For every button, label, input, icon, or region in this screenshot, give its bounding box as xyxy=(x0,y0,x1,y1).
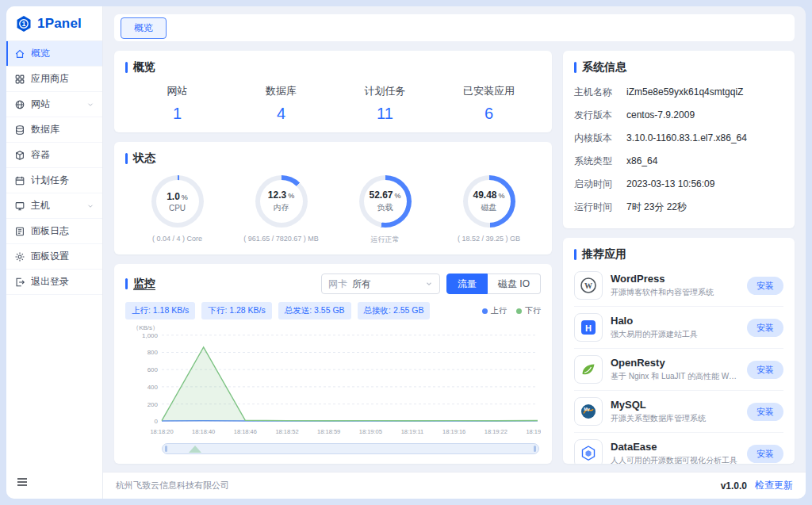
disk-io-button[interactable]: 磁盘 IO xyxy=(488,274,541,294)
sidebar-item-app-store[interactable]: 应用商店 xyxy=(6,67,102,92)
info-value: 7时 23分 22秒 xyxy=(626,201,687,214)
sidebar-footer xyxy=(6,469,102,499)
stat-value[interactable]: 4 xyxy=(277,105,285,123)
gauge-value: 1.0% xyxy=(167,191,188,202)
tab-overview[interactable]: 概览 xyxy=(121,17,167,39)
calendar-icon xyxy=(14,175,25,186)
check-update-link[interactable]: 检查更新 xyxy=(755,479,793,492)
app-row-mysql: My MySQL 开源关系型数据库管理系统 安装 xyxy=(574,391,783,433)
gauge-label: 内存 xyxy=(274,202,289,213)
info-label: 主机名称 xyxy=(574,86,626,99)
chevron-down-icon xyxy=(86,101,94,109)
app-name[interactable]: DataEase xyxy=(611,441,739,453)
app-description: 开源关系型数据库管理系统 xyxy=(611,413,739,424)
app-name[interactable]: OpenResty xyxy=(611,357,739,369)
svg-text:18:19:22: 18:19:22 xyxy=(485,428,508,435)
install-button[interactable]: 安装 xyxy=(747,445,783,463)
gauge-ring: 12.3% 内存 xyxy=(255,175,308,228)
nic-select[interactable]: 网卡 所有 xyxy=(321,274,440,294)
stat-value[interactable]: 6 xyxy=(485,105,493,123)
info-row-distro: 发行版本 centos-7.9.2009 xyxy=(574,104,783,127)
globe-icon xyxy=(14,99,25,110)
install-button[interactable]: 安装 xyxy=(747,403,783,421)
info-row-boot-time: 启动时间 2023-03-13 10:56:09 xyxy=(574,173,783,196)
app-name[interactable]: MySQL xyxy=(611,399,739,411)
gauge-ring: 1.0% CPU xyxy=(151,175,204,228)
stat-value[interactable]: 11 xyxy=(377,105,393,123)
svg-text:W: W xyxy=(584,281,592,290)
svg-text:18:19:16: 18:19:16 xyxy=(442,428,465,435)
svg-text:18:19:05: 18:19:05 xyxy=(359,428,382,435)
sidebar-item-label: 面板设置 xyxy=(31,250,69,263)
monitor-mode-group: 流量 磁盘 IO xyxy=(446,274,541,294)
monitor-card: 监控 网卡 所有 流量 磁盘 IO xyxy=(114,264,552,464)
app-row-openresty: OpenResty 基于 Nginx 和 LuaJIT 的高性能 Web 平台 … xyxy=(574,349,783,391)
app-name[interactable]: WordPress xyxy=(611,273,739,285)
collapse-menu-icon[interactable] xyxy=(16,476,29,488)
sidebar-item-cronjob[interactable]: 计划任务 xyxy=(6,168,102,193)
database-icon xyxy=(14,124,25,136)
sidebar-item-database[interactable]: 数据库 xyxy=(6,117,102,143)
download-rate-badge: 下行: 1.28 KB/s xyxy=(201,302,271,319)
sidebar-item-container[interactable]: 容器 xyxy=(6,143,102,168)
monitor-icon xyxy=(14,201,25,212)
sidebar-item-host[interactable]: 主机 xyxy=(6,193,102,219)
legend-dot-icon xyxy=(516,308,522,314)
sidebar-item-logout[interactable]: 退出登录 xyxy=(6,270,102,295)
footer: 杭州飞致云信息科技有限公司 v1.0.0 检查更新 xyxy=(103,472,806,499)
title-accent-bar xyxy=(125,153,128,164)
chart-zoom-slider[interactable] xyxy=(162,443,539,454)
recommended-apps-card: 推荐应用 W WordPress 开源博客软件和内容管理系统 安装 xyxy=(563,238,795,464)
wordpress-logo: W xyxy=(574,271,603,300)
traffic-button[interactable]: 流量 xyxy=(446,274,488,294)
stat-label: 已安装应用 xyxy=(463,84,515,98)
svg-text:18:18:46: 18:18:46 xyxy=(234,428,257,435)
overview-card-title: 概览 xyxy=(125,60,541,75)
legend-upload[interactable]: 上行 xyxy=(482,305,507,316)
svg-text:800: 800 xyxy=(147,350,159,357)
sidebar-item-website[interactable]: 网站 xyxy=(6,92,102,117)
install-button[interactable]: 安装 xyxy=(747,319,783,337)
info-row-uptime: 运行时间 7时 23分 22秒 xyxy=(574,196,783,219)
app-description: 人人可用的开源数据可视化分析工具 xyxy=(611,455,739,464)
sidebar-item-label: 计划任务 xyxy=(31,174,69,187)
gauge-memory: 12.3% 内存 ( 961.65 / 7820.67 ) MB xyxy=(229,175,333,245)
brand-logo[interactable]: 1 1Panel xyxy=(6,6,102,40)
sidebar-item-overview[interactable]: 概览 xyxy=(6,41,102,67)
main-area: 概览 概览 网站 1 数据库 xyxy=(103,6,806,499)
content-columns: 概览 网站 1 数据库 4 计划任务 11 xyxy=(114,51,795,464)
sidebar: 1 1Panel 概览 应用商店 网站 数据库 xyxy=(6,6,103,499)
gauge-disk: 49.48% 磁盘 ( 18.52 / 39.25 ) GB xyxy=(437,175,541,245)
stat-databases: 数据库 4 xyxy=(229,84,333,123)
gear-icon xyxy=(14,251,25,262)
home-icon xyxy=(14,48,25,59)
app-row-wordpress: W WordPress 开源博客软件和内容管理系统 安装 xyxy=(574,265,783,307)
left-column: 概览 网站 1 数据库 4 计划任务 11 xyxy=(114,51,552,464)
chart-legend: 上行 下行 xyxy=(482,305,541,316)
hexagon-1-icon: 1 xyxy=(14,14,33,33)
info-label: 启动时间 xyxy=(574,178,626,191)
stat-label: 计划任务 xyxy=(365,84,406,98)
brand-name: 1Panel xyxy=(37,16,82,32)
right-column: 系统信息 主机名称 iZm5e8e59yxk61q4smtgqiZ 发行版本 c… xyxy=(563,51,795,464)
install-button[interactable]: 安装 xyxy=(747,361,783,379)
svg-text:18:19:11: 18:19:11 xyxy=(401,428,424,435)
gauge-label: CPU xyxy=(169,204,186,212)
svg-text:18:18:40: 18:18:40 xyxy=(192,428,215,435)
legend-dot-icon xyxy=(482,308,488,314)
halo-logo: H xyxy=(574,313,603,342)
legend-download[interactable]: 下行 xyxy=(516,305,541,316)
card-title-text: 状态 xyxy=(133,151,155,166)
svg-text:1,000: 1,000 xyxy=(142,332,159,339)
zoom-preview-spike xyxy=(189,446,201,453)
svg-text:18:19:28: 18:19:28 xyxy=(526,428,541,435)
install-button[interactable]: 安装 xyxy=(747,277,783,295)
app-description: 开源博客软件和内容管理系统 xyxy=(611,287,739,298)
sidebar-item-panel-logs[interactable]: 面板日志 xyxy=(6,219,102,244)
sidebar-item-label: 数据库 xyxy=(31,123,59,136)
company-name: 杭州飞致云信息科技有限公司 xyxy=(116,480,229,492)
stat-value[interactable]: 1 xyxy=(173,105,182,123)
sidebar-item-panel-settings[interactable]: 面板设置 xyxy=(6,244,102,270)
app-name[interactable]: Halo xyxy=(611,315,739,327)
gauge-value: 12.3% xyxy=(268,189,294,201)
